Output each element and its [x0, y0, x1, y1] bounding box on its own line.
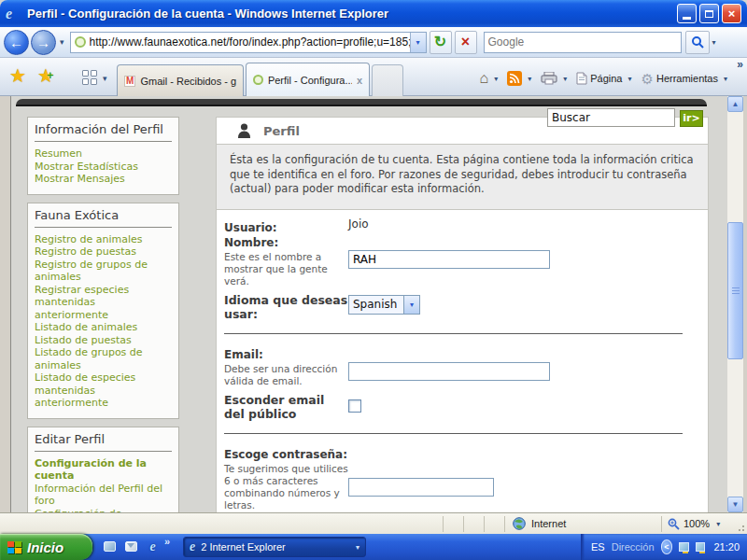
show-desktop-icon	[104, 541, 116, 552]
command-bar: ★ ★+ ▾ M Gmail - Recibidos - gu... Perfi…	[0, 58, 747, 96]
favorites-center-button[interactable]: ★	[9, 64, 26, 87]
tab-close-button[interactable]: x	[357, 75, 362, 86]
home-button[interactable]: ⌂ ▾	[477, 69, 501, 88]
tab-perfil[interactable]: Perfil - Configura... x	[246, 63, 370, 96]
idioma-select[interactable]: Spanish ▾	[348, 295, 420, 315]
start-button[interactable]: Inicio	[0, 534, 92, 560]
network-icon[interactable]	[696, 542, 706, 552]
sidebar-link-registro-grupos[interactable]: Registro de grupos de animales	[35, 259, 172, 284]
search-go-button[interactable]	[685, 31, 710, 54]
scroll-up-button[interactable]: ▲	[727, 96, 743, 112]
quick-tabs-button[interactable]	[82, 70, 97, 85]
status-cell	[443, 516, 463, 532]
ie-icon: e	[6, 6, 22, 22]
tray-expand-button[interactable]: <	[661, 539, 673, 554]
sidebar-link-listado-animales[interactable]: Listado de animales	[35, 321, 172, 334]
address-toolbar-label[interactable]: Dirección	[612, 541, 655, 553]
search-options-dropdown[interactable]: ▾	[712, 38, 716, 47]
email-input[interactable]	[348, 362, 550, 381]
sidebar-link-listado-grupos[interactable]: Listado de grupos de animales	[35, 346, 172, 371]
refresh-button[interactable]: ↻	[430, 31, 452, 54]
browser-viewport: ir> Información del Perfil Resumen Mostr…	[0, 96, 747, 512]
chevron-down-icon: ▾	[528, 75, 531, 83]
tools-menu-button[interactable]: ⚙ Herramientas ▾	[639, 70, 731, 88]
network-icon[interactable]	[679, 542, 689, 552]
page-menu-button[interactable]: Página ▾	[573, 70, 634, 87]
web-search-box	[484, 32, 682, 53]
back-button[interactable]: ←	[4, 30, 29, 55]
windows-logo-icon	[7, 541, 21, 553]
sidebar-link-informacion-perfil-foro[interactable]: Información del Perfil del foro	[35, 483, 172, 508]
close-button[interactable]: ×	[722, 4, 741, 23]
profile-panel: Perfil Ésta es la configuración de tu cu…	[216, 117, 709, 512]
sidebar-section-fauna-exotica: Fauna Exótica Registro de animales Regis…	[27, 203, 179, 419]
password-help: Te sugerimos que utilices 6 o más caract…	[224, 463, 348, 511]
url-input[interactable]	[90, 35, 410, 49]
sidebar-link-mostrar-estadisticas[interactable]: Mostrar Estadísticas	[35, 161, 172, 174]
quick-launch-overflow[interactable]: »	[164, 536, 170, 547]
home-icon: ⌂	[480, 71, 489, 86]
show-desktop-button[interactable]	[101, 538, 119, 555]
form-divider	[224, 433, 683, 434]
tools-menu-label: Herramientas	[656, 73, 718, 84]
vertical-scrollbar[interactable]: ▲ ▼	[727, 96, 743, 512]
profile-heading: Perfil	[263, 124, 300, 138]
printer-icon	[541, 72, 557, 85]
taskbar-ie-group-button[interactable]: e 2 Internet Explorer ▾	[183, 537, 366, 557]
chevron-left-icon: <	[664, 542, 669, 552]
window-title: Perfil - Configuración de la cuenta - Wi…	[27, 7, 674, 21]
forum-search-go-button[interactable]: ir>	[680, 110, 703, 127]
zoom-control[interactable]: 100% ▾	[661, 516, 734, 532]
recent-pages-dropdown[interactable]: ▾	[60, 37, 64, 47]
esconder-email-checkbox[interactable]	[348, 399, 361, 413]
idioma-label: Idioma que deseas usar:	[224, 293, 348, 321]
minimize-button[interactable]	[677, 4, 697, 23]
quick-launch-ie-button[interactable]: e	[144, 538, 162, 555]
nombre-input[interactable]	[348, 250, 550, 269]
page-icon	[576, 72, 587, 85]
chevron-down-icon: ▾	[403, 296, 419, 314]
sidebar-link-registro-puestas[interactable]: Registro de puestas	[35, 245, 172, 259]
tab-list-dropdown[interactable]: ▾	[103, 74, 107, 83]
form-divider	[224, 333, 683, 334]
gear-icon: ⚙	[641, 72, 654, 86]
chevron-down-icon: ▾	[724, 75, 727, 83]
sidebar-link-configuracion-cuenta[interactable]: Configuración de la cuenta	[35, 457, 172, 483]
zoom-level: 100%	[684, 518, 710, 529]
print-button[interactable]: ▾	[538, 70, 570, 87]
site-favicon	[253, 75, 263, 85]
sidebar-link-listado-especies[interactable]: Listado de especies mantenidas anteriorm…	[35, 371, 172, 410]
new-tab-stub[interactable]	[372, 64, 403, 96]
stop-button[interactable]: ×	[455, 31, 477, 54]
tab-gmail[interactable]: M Gmail - Recibidos - gu...	[117, 64, 244, 96]
password-input[interactable]	[348, 478, 494, 497]
add-favorite-button[interactable]: ★+	[37, 64, 54, 87]
url-dropdown-button[interactable]: ▾	[410, 33, 426, 52]
task-label: 2 Internet Explorer	[201, 541, 286, 553]
sidebar-link-resumen[interactable]: Resumen	[35, 147, 172, 161]
close-icon: ×	[728, 7, 736, 20]
resize-grip[interactable]	[734, 513, 747, 534]
forward-button[interactable]: →	[31, 30, 56, 55]
system-tray: ES Dirección < 21:20	[581, 534, 747, 560]
toolbar-overflow-button[interactable]: »	[737, 58, 743, 71]
scroll-down-button[interactable]: ▼	[727, 497, 743, 512]
sidebar-link-mostrar-mensajes[interactable]: Mostrar Mensajes	[35, 173, 172, 186]
profile-form: Usuario: Joio Nombre: Este es el nombre …	[216, 210, 709, 513]
nombre-help: Este es el nombre a mostrar que la gente…	[224, 251, 348, 287]
restore-button[interactable]	[699, 4, 719, 23]
web-search-input[interactable]	[488, 35, 677, 49]
sidebar-link-registro-animales[interactable]: Registro de animales	[35, 233, 172, 246]
forum-search-input[interactable]	[547, 108, 675, 127]
sidebar-link-listado-puestas[interactable]: Listado de puestas	[35, 334, 172, 347]
language-indicator[interactable]: ES	[591, 541, 605, 553]
idioma-selected-value: Spanish	[349, 298, 403, 311]
page-menu-label: Página	[590, 73, 622, 84]
start-label: Inicio	[27, 539, 63, 555]
scrollbar-thumb[interactable]	[727, 222, 743, 359]
sidebar-link-registrar-especies[interactable]: Registrar especies mantenidas anteriorme…	[35, 284, 172, 322]
clock: 21:20	[713, 541, 740, 553]
tab-label: Gmail - Recibidos - gu...	[140, 76, 236, 87]
quick-launch-mail-button[interactable]	[122, 538, 140, 555]
feeds-button[interactable]: ▾	[504, 69, 534, 88]
